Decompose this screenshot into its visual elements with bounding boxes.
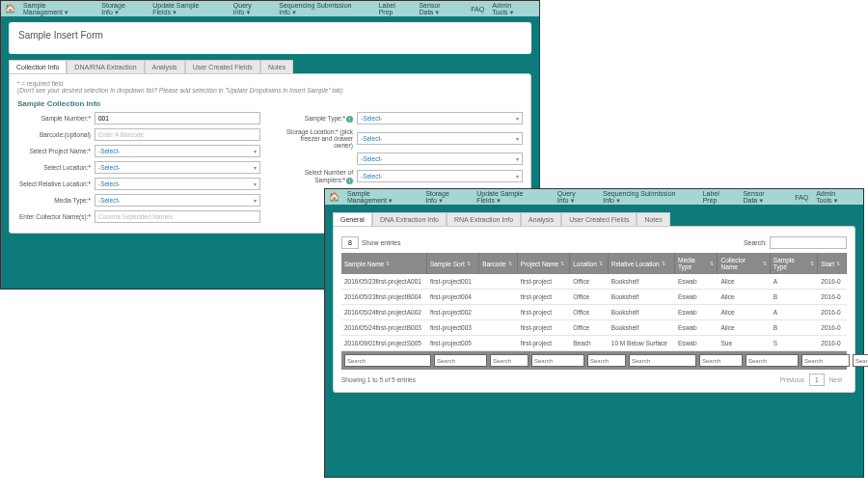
previous-button[interactable]: Previous [775,374,809,385]
search-label: Search: [744,239,767,246]
column-header[interactable]: Sample Type⇅ [771,253,818,274]
table-cell: first-project [518,274,570,289]
table-cell: Bookshelf [609,290,675,304]
column-filter-input[interactable] [629,354,696,367]
table-cell: 2016-0 [818,336,847,350]
column-filter-input[interactable] [531,354,584,367]
nav-label-prep[interactable]: Label Prep [703,190,736,204]
nav-faq[interactable]: FAQ [471,6,484,13]
next-button[interactable]: Next [825,374,847,385]
tab-analysis[interactable]: Analysis [521,212,561,226]
left-input-6[interactable] [95,210,260,223]
nav-sequencing-submission[interactable]: Sequencing Submission Info▼ [603,190,694,204]
column-header[interactable]: Start⇅ [818,253,847,274]
navbar: 🏠 Sample Management▼ Storage Info▼ Updat… [1,1,539,16]
column-header[interactable]: Media Type⇅ [675,253,719,274]
nav-sensor-data[interactable]: Sensor Data▼ [743,190,787,204]
table-cell: first-project [518,290,570,304]
column-filter-input[interactable] [587,354,626,367]
table-row[interactable]: 2016/09/01first-projectS005first-project… [341,336,847,351]
left-select-3[interactable]: -Select-▾ [95,161,260,174]
right-select-3[interactable]: -Select-▾ [357,170,523,182]
right-select-0[interactable]: -Select-▾ [357,112,523,124]
tab-analysis[interactable]: Analysis [145,60,185,73]
right-select-2[interactable]: -Select-▾ [357,152,523,165]
table-row[interactable]: 2016/05/24first-projectA002first-project… [341,305,847,320]
column-header[interactable]: Location⇅ [570,253,609,274]
nav-faq[interactable]: FAQ [795,194,808,201]
entries-count-input[interactable] [341,236,359,249]
form-row: Sample Type:*i-Select-▾ [280,112,523,124]
table-cell: 10 M Below Surface [609,336,675,350]
tab-rna-extraction-info[interactable]: RNA Extraction Info [447,212,521,226]
table-cell: first-project002 [427,305,479,319]
nav-sample-management[interactable]: Sample Management▼ [23,2,94,15]
nav-label-prep[interactable]: Label Prep [379,2,412,15]
left-select-2[interactable]: -Select-▾ [95,145,260,157]
sort-icon: ⇅ [810,261,814,266]
field-label: Select Number of Samplers:*i [280,169,357,183]
samples-table: Sample Name⇅Sample Sort⇅Barcode⇅Project … [341,253,847,370]
column-filter-input[interactable] [699,354,743,367]
column-filter-input[interactable] [746,354,799,367]
chevron-down-icon: ▾ [254,164,257,171]
table-cell: 2016-0 [818,290,847,304]
table-row[interactable]: 2016/05/23first-projectB004first-project… [341,290,847,305]
home-icon[interactable]: 🏠 [329,192,339,202]
nav-storage-info[interactable]: Storage Info▼ [101,2,145,15]
data-table-window: 🏠 Sample Management▼ Storage Info▼ Updat… [324,188,864,478]
page-number[interactable]: 1 [809,374,825,386]
left-select-4[interactable]: -Select-▾ [95,178,260,190]
tab-general[interactable]: General [333,212,372,226]
info-icon[interactable]: i [346,116,353,123]
table-cell: Eswab [675,305,719,319]
nav-query-info[interactable]: Query Info▼ [233,2,272,15]
table-cell: S [771,336,818,350]
info-icon[interactable]: i [346,178,353,184]
column-header[interactable]: Barcode⇅ [479,253,518,274]
nav-sample-management[interactable]: Sample Management▼ [347,190,418,204]
nav-update-sample-fields[interactable]: Update Sample Fields▼ [152,2,226,15]
column-filter-input[interactable] [434,354,487,367]
column-header[interactable]: Project Name⇅ [518,253,570,274]
chevron-down-icon: ▾ [516,135,519,142]
right-select-1[interactable]: -Select-▾ [357,132,523,145]
home-icon[interactable]: 🏠 [5,4,15,14]
sort-icon: ⇅ [386,261,390,266]
tab-notes[interactable]: Notes [637,212,669,226]
nav-query-info[interactable]: Query Info▼ [557,190,596,204]
column-filter-input[interactable] [853,354,868,367]
nav-admin-tools[interactable]: Admin Tools▼ [816,190,859,204]
nav-update-sample-fields[interactable]: Update Sample Fields▼ [476,190,550,204]
tab-dna-extraction-info[interactable]: DNA Extraction Info [372,212,447,226]
tab-user-created-fields[interactable]: User Created Fields [185,60,260,73]
nav-storage-info[interactable]: Storage Info▼ [425,190,469,204]
table-cell: first-project [518,336,570,350]
left-input-0[interactable] [95,112,260,124]
nav-sensor-data[interactable]: Sensor Data▼ [419,2,463,15]
tab-collection-info[interactable]: Collection Info [9,60,67,73]
nav-admin-tools[interactable]: Admin Tools▼ [492,2,535,15]
column-filter-input[interactable] [490,354,529,367]
column-filter-input[interactable] [344,354,431,367]
column-header[interactable]: Relative Location⇅ [609,253,675,274]
form-tabs: Collection Info DNA/RNA Extraction Analy… [9,60,531,73]
search-input[interactable] [770,236,847,249]
column-header[interactable]: Collector Name⇅ [718,253,770,274]
tab-user-created-fields[interactable]: User Created Fields [561,212,637,226]
table-footer-filters [341,351,847,370]
tab-notes[interactable]: Notes [260,60,293,73]
table-header: Sample Name⇅Sample Sort⇅Barcode⇅Project … [341,253,847,274]
column-header[interactable]: Sample Sort⇅ [427,253,479,274]
table-row[interactable]: 2016/05/24first-projectB003first-project… [341,320,847,336]
field-label: Storage Location:* (pick freezer and dra… [280,128,357,149]
table-row[interactable]: 2016/05/23first-projectA001first-project… [341,274,847,290]
nav-sequencing-submission[interactable]: Sequencing Submission Info▼ [279,2,370,15]
tab-dna-rna-extraction[interactable]: DNA/RNA Extraction [67,60,144,73]
column-header[interactable]: Sample Name⇅ [341,253,427,274]
left-input-1[interactable] [95,128,260,141]
table-cell: first-project005 [427,336,479,350]
left-select-5[interactable]: -Select-▾ [95,194,260,207]
table-cell: Office [570,290,609,304]
column-filter-input[interactable] [801,354,850,367]
